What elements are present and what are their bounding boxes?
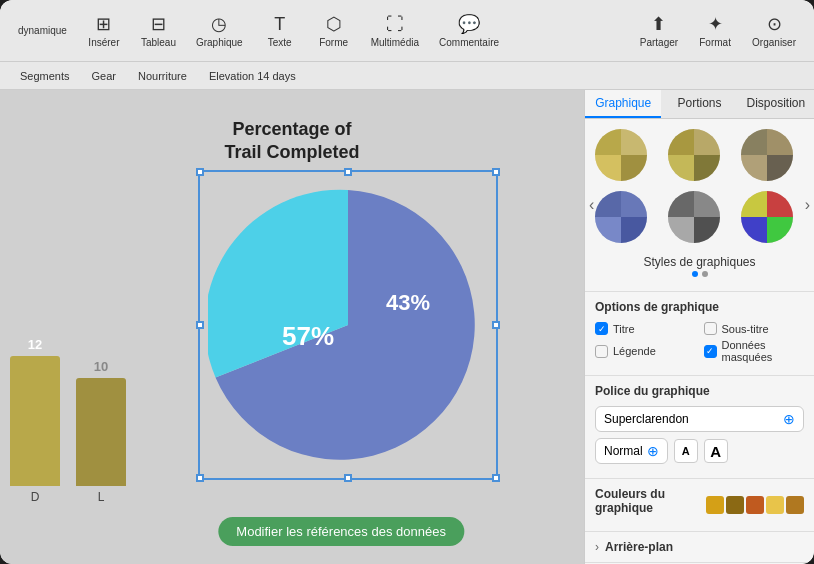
toolbar-multimedia[interactable]: ⛶ Multimédia: [363, 10, 427, 52]
styles-dots: [593, 271, 806, 283]
accordion-arriere-plan-title: Arrière-plan: [605, 540, 673, 554]
toolbar: dynamique ⊞ Insérer ⊟ Tableau ◷ Graphiqu…: [0, 0, 814, 62]
dynamic-item[interactable]: dynamique: [10, 21, 75, 40]
format-icon: ✦: [708, 13, 723, 35]
color-swatch-2[interactable]: [726, 496, 744, 514]
selection-box: [198, 170, 498, 480]
checkbox-legende[interactable]: [595, 345, 608, 358]
toolbar-texte[interactable]: T Texte: [255, 10, 305, 52]
main-content: Percentage of Trail Completed 12 D 10 L: [0, 90, 814, 564]
canvas-area: Percentage of Trail Completed 12 D 10 L: [0, 90, 584, 564]
tabs-row: Segments Gear Nourriture Elevation 14 da…: [0, 62, 814, 90]
font-style-arrow: ⊕: [647, 443, 659, 459]
options-grid: Titre Sous-titre Légende Données masquée…: [595, 322, 804, 363]
toolbar-organiser[interactable]: ⊙ Organiser: [744, 9, 804, 52]
styles-nav-left[interactable]: ‹: [585, 192, 598, 218]
color-section: Couleurs du graphique: [585, 478, 814, 531]
right-panel: Graphique Portions Disposition ‹: [584, 90, 814, 564]
toolbar-insert[interactable]: ⊞ Insérer: [79, 9, 129, 52]
checkbox-titre[interactable]: [595, 322, 608, 335]
toolbar-partager[interactable]: ⬆ Partager: [632, 9, 686, 52]
panel-tabs: Graphique Portions Disposition: [585, 90, 814, 119]
toolbar-graphique[interactable]: ◷ Graphique: [188, 9, 251, 52]
option-donnees-masquees: Données masquées: [704, 339, 805, 363]
handle-tl[interactable]: [196, 168, 204, 176]
option-label-legende: Légende: [613, 345, 656, 357]
tab-elevation[interactable]: Elevation 14 days: [199, 67, 306, 85]
toolbar-commentaire[interactable]: 💬 Commentaire: [431, 9, 507, 52]
modify-references-button[interactable]: Modifier les références des données: [218, 517, 464, 546]
style-thumb-4[interactable]: [593, 189, 649, 245]
forme-icon: ⬡: [326, 13, 342, 35]
styles-nav-right[interactable]: ›: [801, 192, 814, 218]
chart-title: Percentage of Trail Completed: [224, 118, 359, 165]
accordion-arriere-plan-arrow: ›: [595, 540, 599, 554]
color-swatch-5[interactable]: [786, 496, 804, 514]
color-swatch-1[interactable]: [706, 496, 724, 514]
toolbar-tableau[interactable]: ⊟ Tableau: [133, 9, 184, 52]
tab-nourriture[interactable]: Nourriture: [128, 67, 197, 85]
font-section-title: Police du graphique: [595, 384, 804, 398]
option-label-sous-titre: Sous-titre: [722, 323, 769, 335]
pie-chart-container: 57% 43%: [208, 180, 488, 470]
color-swatch-3[interactable]: [746, 496, 764, 514]
style-thumb-5[interactable]: [666, 189, 722, 245]
multimedia-icon: ⛶: [386, 14, 404, 35]
dot-2: [702, 271, 708, 277]
checkbox-sous-titre[interactable]: [704, 322, 717, 335]
font-name-row: Superclarendon ⊕: [595, 406, 804, 432]
font-name-arrow: ⊕: [783, 411, 795, 427]
style-thumb-2[interactable]: [666, 127, 722, 183]
toolbar-forme[interactable]: ⬡ Forme: [309, 9, 359, 52]
handle-tm[interactable]: [344, 168, 352, 176]
font-style-select[interactable]: Normal ⊕: [595, 438, 668, 464]
commentaire-icon: 💬: [458, 13, 480, 35]
style-thumb-6[interactable]: [739, 189, 795, 245]
toolbar-format[interactable]: ✦ Format: [690, 9, 740, 52]
font-style-row: Normal ⊕ A A: [595, 438, 804, 464]
option-label-titre: Titre: [613, 323, 635, 335]
handle-ml[interactable]: [196, 321, 204, 329]
style-thumb-3[interactable]: [739, 127, 795, 183]
organiser-icon: ⊙: [767, 13, 782, 35]
styles-label: Styles de graphiques: [593, 251, 806, 271]
font-size-small-btn[interactable]: A: [674, 439, 698, 463]
panel-tab-portions[interactable]: Portions: [661, 90, 737, 118]
tab-gear[interactable]: Gear: [82, 67, 126, 85]
font-size-large-btn[interactable]: A: [704, 439, 728, 463]
styles-grid: [593, 127, 806, 245]
color-swatches: [706, 496, 804, 514]
panel-tab-graphique[interactable]: Graphique: [585, 90, 661, 118]
texte-icon: T: [274, 14, 285, 35]
font-name-select[interactable]: Superclarendon ⊕: [595, 406, 804, 432]
color-swatch-4[interactable]: [766, 496, 784, 514]
option-legende: Légende: [595, 339, 696, 363]
checkbox-donnees-masquees[interactable]: [704, 345, 717, 358]
panel-tab-disposition[interactable]: Disposition: [738, 90, 814, 118]
accordion-arriere-plan-header[interactable]: › Arrière-plan: [595, 540, 804, 554]
insert-icon: ⊞: [96, 13, 111, 35]
bar-column-l: 10 L: [76, 359, 126, 504]
styles-section: ‹: [585, 119, 814, 291]
tableau-icon: ⊟: [151, 13, 166, 35]
handle-bl[interactable]: [196, 474, 204, 482]
handle-br[interactable]: [492, 474, 500, 482]
accordion-arriere-plan: › Arrière-plan: [585, 531, 814, 562]
handle-bm[interactable]: [344, 474, 352, 482]
tab-segments[interactable]: Segments: [10, 67, 80, 85]
style-thumb-1[interactable]: [593, 127, 649, 183]
option-label-donnees-masquees: Données masquées: [722, 339, 805, 363]
partager-icon: ⬆: [651, 13, 666, 35]
font-section: Police du graphique Superclarendon ⊕ Nor…: [585, 375, 814, 478]
bar-chart: 12 D 10 L: [0, 337, 170, 504]
app-window: dynamique ⊞ Insérer ⊟ Tableau ◷ Graphiqu…: [0, 0, 814, 564]
graphique-icon: ◷: [211, 13, 227, 35]
dot-1: [692, 271, 698, 277]
option-titre: Titre: [595, 322, 696, 335]
handle-tr[interactable]: [492, 168, 500, 176]
options-section: Options de graphique Titre Sous-titre Lé…: [585, 291, 814, 375]
options-section-title: Options de graphique: [595, 300, 804, 314]
bar-column-d: 12 D: [10, 337, 60, 504]
color-row: Couleurs du graphique: [595, 487, 804, 523]
handle-mr[interactable]: [492, 321, 500, 329]
